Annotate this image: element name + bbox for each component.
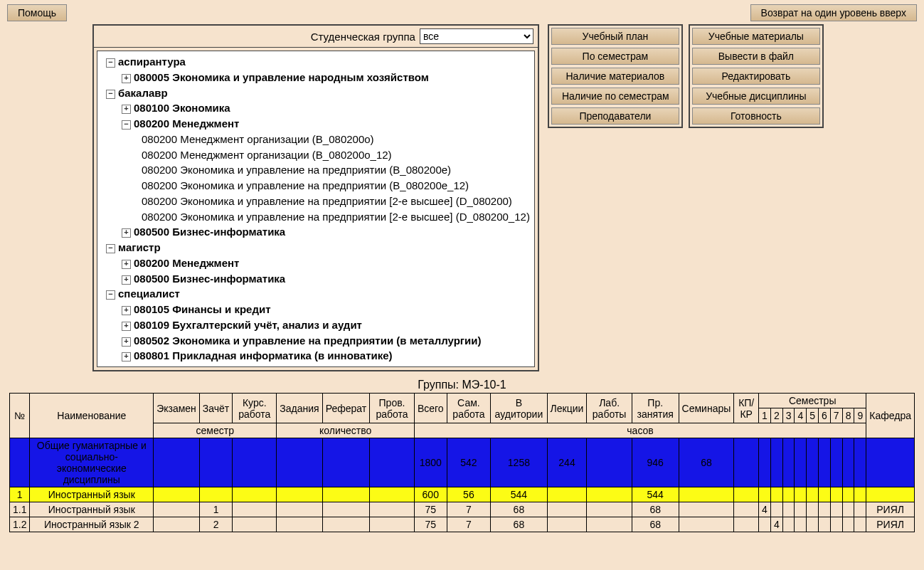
btn-po-semestram[interactable]: По семестрам [551, 48, 679, 65]
collapse-icon[interactable]: − [106, 290, 115, 300]
collapse-icon[interactable]: − [106, 244, 115, 253]
cell-name: Иностранный язык [30, 487, 154, 502]
th-sam: Сам. работа [447, 394, 491, 423]
expand-icon[interactable]: + [122, 260, 131, 269]
collapse-icon[interactable]: − [106, 90, 115, 99]
table-row: 1 Иностранный язык 600 56 544 544 [9, 487, 914, 502]
btn-uchebnye-distsipliny[interactable]: Учебные дисциплины [692, 88, 820, 105]
expand-icon[interactable]: + [122, 337, 131, 347]
th-prov: Пров. работа [370, 394, 415, 423]
tree-node[interactable]: 080100 Экономика [134, 102, 230, 114]
section-row: Общие гуманитарные и социально-экономиче… [9, 438, 914, 487]
th-s4: 4 [795, 408, 807, 423]
tree-leaf[interactable]: 080200 Экономика и управление на предпри… [102, 162, 530, 178]
back-button[interactable]: Возврат на один уровень вверх [750, 4, 917, 21]
cell: РИЯЛ [866, 517, 915, 532]
th-exam: Экзамен [154, 394, 200, 423]
th-num: № [9, 394, 29, 438]
help-button[interactable]: Помощь [7, 4, 67, 21]
cell: 1 [9, 487, 29, 502]
expand-icon[interactable]: + [122, 322, 131, 331]
expand-icon[interactable]: + [122, 275, 131, 285]
tree-node[interactable]: 080500 Бизнес-информатика [134, 226, 285, 238]
tree-node-specialist[interactable]: специалист [118, 287, 180, 300]
table-row: 1.1 Иностранный язык 1 75 7 68 68 4 РИЯЛ [9, 502, 914, 517]
th-semester-group: семестр [154, 423, 277, 438]
btn-uchebnyy-plan[interactable]: Учебный план [551, 28, 679, 45]
curriculum-table: № Наименование Экзамен Зачёт Курс. работ… [9, 393, 915, 532]
cell: 7 [447, 517, 491, 532]
tree-leaf[interactable]: 080200 Экономика и управление на предпри… [102, 194, 530, 209]
cell: 1800 [414, 438, 447, 487]
cell: 1 [199, 502, 232, 517]
tree-leaf[interactable]: 080200 Менеджмент организации (B_080200о… [102, 132, 530, 147]
cell: 4 [759, 502, 771, 517]
tree-node[interactable]: 080105 Финансы и кредит [134, 303, 271, 315]
cell: 68 [679, 438, 734, 487]
action-buttons-right: Учебные материалы Вывести в файл Редакти… [689, 24, 824, 128]
cell: 2 [199, 517, 232, 532]
btn-prepodavateli[interactable]: Преподаватели [551, 107, 679, 125]
cell: 544 [491, 487, 547, 502]
student-group-panel: Студенческая группа все −аспирантура +08… [92, 24, 539, 371]
tree-node[interactable]: 080502 Экономика и управление на предпри… [134, 334, 481, 347]
cell: 1258 [491, 438, 547, 487]
expand-icon[interactable]: + [122, 74, 131, 83]
action-buttons-left: Учебный план По семестрам Наличие матери… [548, 24, 683, 128]
btn-uchebnye-materialy[interactable]: Учебные материалы [692, 28, 820, 45]
btn-nalichie-materialov[interactable]: Наличие материалов [551, 68, 679, 85]
expand-icon[interactable]: + [122, 228, 131, 238]
cell: 542 [447, 438, 491, 487]
program-tree[interactable]: −аспирантура +080005 Экономика и управле… [97, 51, 535, 367]
cell: 68 [632, 517, 679, 532]
tree-leaf[interactable]: 080200 Менеджмент организации (B_080200о… [102, 147, 530, 163]
tree-node[interactable]: 080109 Бухгалтерский учёт, анализ и ауди… [134, 319, 362, 331]
th-lab: Лаб. работы [587, 394, 632, 423]
btn-nalichie-po-semestram[interactable]: Наличие по семестрам [551, 88, 679, 105]
th-kurs: Курс. работа [233, 394, 277, 423]
cell: РИЯЛ [866, 502, 915, 517]
cell-name: Иностранный язык 2 [30, 517, 154, 532]
student-group-select[interactable]: все [420, 28, 533, 44]
cell: 244 [547, 438, 587, 487]
tree-node[interactable]: 080005 Экономика и управление народным х… [134, 71, 429, 83]
th-lek: Лекции [547, 394, 587, 423]
th-sem: Семинары [679, 394, 734, 423]
table-row: 1.2 Иностранный язык 2 2 75 7 68 68 4 РИ… [9, 517, 914, 532]
btn-gotovnost[interactable]: Готовность [692, 107, 820, 125]
cell: 544 [632, 487, 679, 502]
tree-leaf[interactable]: 080200 Экономика и управление на предпри… [102, 178, 530, 194]
expand-icon[interactable]: + [122, 352, 131, 361]
tree-node[interactable]: 080500 Бизнес-информатика [134, 273, 285, 285]
cell-name: Общие гуманитарные и социально-экономиче… [30, 438, 154, 487]
tree-node-aspirantura[interactable]: аспирантура [118, 56, 186, 68]
th-s6: 6 [819, 408, 831, 423]
cell: 7 [447, 502, 491, 517]
tree-node-bakalavr[interactable]: бакалавр [118, 87, 168, 99]
tree-node-magistr[interactable]: магистр [118, 241, 161, 253]
expand-icon[interactable]: + [122, 105, 131, 114]
th-kolich-group: количество [277, 423, 415, 438]
collapse-icon[interactable]: − [122, 120, 131, 130]
cell: 75 [414, 517, 447, 532]
collapse-icon[interactable]: − [106, 58, 115, 68]
filter-label: Студенческая группа [311, 31, 415, 43]
th-zachet: Зачёт [199, 394, 232, 423]
expand-icon[interactable]: + [122, 306, 131, 315]
tree-node[interactable]: 080801 Прикладная информатика (в инноват… [134, 349, 393, 361]
cell: 75 [414, 502, 447, 517]
cell: 56 [447, 487, 491, 502]
btn-vyvesti-v-fayl[interactable]: Вывести в файл [692, 48, 820, 65]
tree-node[interactable]: 080200 Менеджмент [134, 257, 239, 269]
tree-leaf[interactable]: 080200 Экономика и управление на предпри… [102, 209, 530, 225]
th-vsego: Всего [414, 394, 447, 423]
th-s2: 2 [770, 408, 782, 423]
tree-node[interactable]: 080200 Менеджмент [134, 117, 239, 130]
cell-name: Иностранный язык [30, 502, 154, 517]
th-ref: Реферат [322, 394, 370, 423]
cell: 68 [632, 502, 679, 517]
cell: 600 [414, 487, 447, 502]
btn-redaktirovat[interactable]: Редактировать [692, 68, 820, 85]
th-semesters: Семестры [759, 394, 866, 408]
th-s7: 7 [830, 408, 842, 423]
